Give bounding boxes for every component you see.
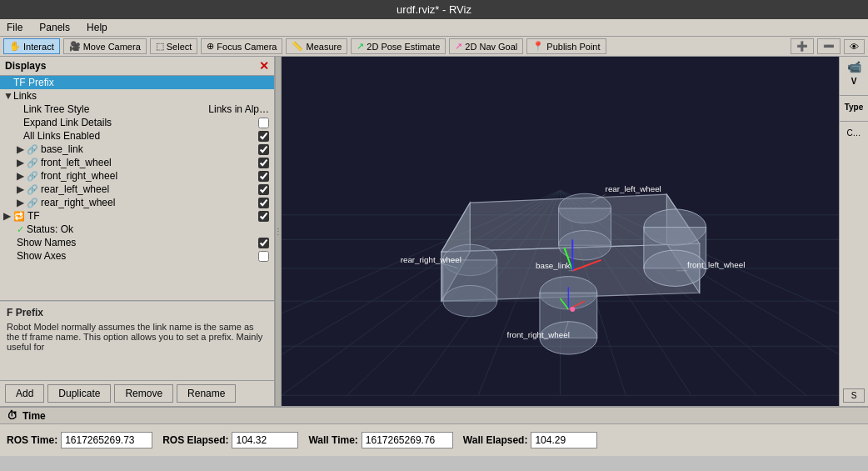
tree-item-tf-prefix[interactable]: TF Prefix (0, 76, 274, 89)
svg-text:base_link: base_link (536, 261, 571, 270)
wall-time-field: Wall Time: (308, 432, 452, 448)
ros-elapsed-input[interactable] (232, 432, 298, 448)
focus-camera-button[interactable]: ⊕ Focus Camera (201, 38, 282, 54)
publish-point-button[interactable]: 📍 Publish Point (526, 38, 606, 54)
statusbar-time-label: Time (22, 410, 46, 422)
pose-estimate-icon: ↗ (357, 41, 364, 52)
view-button[interactable]: 👁 (844, 39, 865, 54)
front-right-wheel-arrow[interactable]: ▶ (17, 170, 27, 182)
front-left-wheel-checkbox[interactable] (258, 158, 269, 168)
robot-view: rear_left_wheel rear_right_wheel base_li… (282, 57, 839, 406)
statusbar-content: ROS Time: ROS Elapsed: Wall Time: Wall E… (0, 424, 868, 456)
wall-time-input[interactable] (362, 432, 453, 448)
expand-link-details-label: Expand Link Details (23, 117, 112, 128)
tree-item-tf[interactable]: ▶ 🔁 TF (0, 209, 274, 223)
add-button[interactable]: Add (5, 384, 44, 403)
remove-panel-button[interactable]: ➖ (817, 38, 841, 54)
viewport[interactable]: rear_left_wheel rear_right_wheel base_li… (282, 57, 839, 406)
tree-item-front-right-wheel[interactable]: ▶ 🔗 front_right_wheel (0, 169, 274, 183)
time-icon: ⏱ (7, 409, 17, 422)
rename-button[interactable]: Rename (177, 384, 236, 403)
displays-header: Displays ✕ (0, 57, 274, 76)
rear-right-wheel-checkbox[interactable] (258, 198, 269, 208)
ros-time-field: ROS Time: (7, 432, 152, 448)
wall-elapsed-input[interactable] (531, 432, 597, 448)
rear-left-wheel-arrow[interactable]: ▶ (17, 183, 27, 195)
tf-prefix-label: TF Prefix (13, 77, 54, 88)
front-right-wheel-checkbox[interactable] (258, 171, 269, 182)
show-axes-label: Show Axes (17, 250, 66, 262)
tree-item-status-ok: ✓ Status: Ok (0, 223, 274, 236)
front-right-wheel-label: front_right_wheel (41, 170, 117, 182)
titlebar: urdf.rviz* - RViz (0, 0, 868, 19)
menu-file[interactable]: File (3, 21, 26, 34)
right-panel-side-button[interactable]: S (843, 388, 865, 403)
menubar: File Panels Help (0, 19, 868, 37)
publish-point-label: Publish Point (546, 42, 600, 52)
nav-goal-icon: ↗ (455, 41, 462, 52)
svg-text:rear_right_wheel: rear_right_wheel (401, 255, 461, 264)
link-tree-style-value: Links in Alp… (208, 103, 274, 115)
menu-help[interactable]: Help (83, 21, 111, 34)
ros-elapsed-label: ROS Elapsed: (162, 434, 228, 446)
base-link-arrow[interactable]: ▶ (17, 143, 27, 155)
tree-item-rear-right-wheel[interactable]: ▶ 🔗 rear_right_wheel (0, 196, 274, 209)
left-panel: Displays ✕ TF Prefix ▼ Links Link Tree S… (0, 57, 275, 406)
nav-goal-button[interactable]: ↗ 2D Nav Goal (449, 38, 523, 54)
rear-right-wheel-arrow[interactable]: ▶ (17, 197, 27, 208)
statusbar-title: ⏱ Time (0, 408, 868, 424)
base-link-icon: 🔗 (27, 144, 38, 155)
menu-panels[interactable]: Panels (36, 21, 73, 34)
main-area: Displays ✕ TF Prefix ▼ Links Link Tree S… (0, 57, 868, 406)
expand-link-details-checkbox[interactable] (258, 118, 269, 128)
publish-point-icon: 📍 (532, 41, 544, 52)
tree-item-base-link[interactable]: ▶ 🔗 base_link (0, 143, 274, 156)
rear-right-wheel-icon: 🔗 (27, 198, 38, 208)
rear-left-wheel-icon: 🔗 (27, 184, 38, 195)
select-button[interactable]: ⬚ Select (150, 38, 198, 54)
measure-button[interactable]: 📏 Measure (286, 38, 347, 54)
wall-elapsed-label: Wall Elapsed: (463, 434, 528, 446)
right-panel-type-label: Type (845, 103, 864, 112)
show-axes-checkbox[interactable] (258, 251, 269, 262)
title-text: urdf.rviz* - RViz (397, 3, 471, 16)
tf-arrow[interactable]: ▶ (3, 210, 13, 222)
tree-item-front-left-wheel[interactable]: ▶ 🔗 front_left_wheel (0, 156, 274, 169)
info-text: Robot Model normally assumes the link na… (7, 322, 267, 352)
tree-item-link-tree-style[interactable]: Link Tree Style Links in Alp… (0, 103, 274, 116)
pose-estimate-label: 2D Pose Estimate (367, 42, 440, 52)
tree-item-show-names[interactable]: Show Names (0, 236, 274, 249)
remove-button[interactable]: Remove (114, 384, 173, 403)
ros-elapsed-field: ROS Elapsed: (162, 432, 298, 448)
ros-time-input[interactable] (61, 432, 152, 448)
all-links-enabled-checkbox[interactable] (258, 131, 269, 142)
tree-item-rear-left-wheel[interactable]: ▶ 🔗 rear_left_wheel (0, 183, 274, 196)
select-label: Select (167, 42, 192, 52)
tf-checkbox[interactable] (258, 211, 269, 222)
tree-item-show-axes[interactable]: Show Axes (0, 249, 274, 263)
status-ok-icon: ✓ (17, 224, 24, 235)
tree-panel[interactable]: TF Prefix ▼ Links Link Tree Style Links … (0, 76, 274, 301)
select-icon: ⬚ (156, 41, 164, 52)
links-arrow[interactable]: ▼ (3, 90, 13, 102)
tree-item-links[interactable]: ▼ Links (0, 89, 274, 103)
base-link-checkbox[interactable] (258, 144, 269, 155)
tf-label: TF (27, 210, 40, 222)
front-left-wheel-arrow[interactable]: ▶ (17, 157, 27, 168)
show-names-checkbox[interactable] (258, 238, 269, 248)
info-title: F Prefix (7, 307, 267, 318)
rear-left-wheel-checkbox[interactable] (258, 184, 269, 195)
displays-close-button[interactable]: ✕ (259, 59, 269, 73)
right-panel-c-label: C… (846, 128, 861, 138)
wall-elapsed-field: Wall Elapsed: (463, 432, 598, 448)
pose-estimate-button[interactable]: ↗ 2D Pose Estimate (351, 38, 446, 54)
right-panel: 📹 V Type C… S (839, 57, 868, 406)
main-splitter[interactable]: ⋮ (275, 57, 282, 406)
add-panel-button[interactable]: ➕ (791, 38, 814, 54)
right-panel-video-icon: 📹 (847, 60, 861, 73)
move-camera-button[interactable]: 🎥 Move Camera (63, 38, 147, 54)
duplicate-button[interactable]: Duplicate (47, 384, 111, 403)
interact-button[interactable]: ✋ Interact (3, 38, 60, 54)
tree-item-expand-link-details[interactable]: Expand Link Details (0, 116, 274, 129)
tree-item-all-links-enabled[interactable]: All Links Enabled (0, 129, 274, 143)
